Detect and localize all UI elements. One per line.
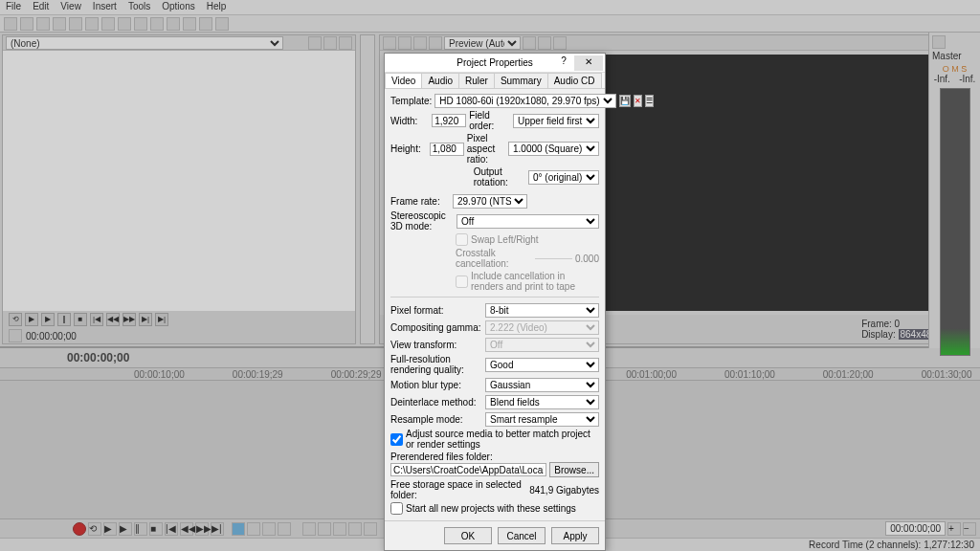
bt-loop-icon[interactable]: ⟲ [88, 522, 101, 536]
template-select[interactable]: HD 1080-60i (1920x1080, 29.970 fps) [434, 94, 616, 108]
fwd-icon[interactable]: ▶▶ [122, 313, 136, 326]
record-button[interactable] [73, 522, 86, 536]
zoom-in-icon[interactable]: + [947, 522, 961, 536]
play-icon[interactable]: ▶ [25, 313, 38, 326]
cancel-button[interactable]: Cancel [498, 527, 546, 544]
dialog-close-button[interactable]: ✕ [574, 55, 603, 71]
tab-audio-cd[interactable]: Audio CD [547, 73, 602, 88]
menu-options[interactable]: Options [162, 1, 194, 13]
bt-fwd-icon[interactable]: ▶▶ [195, 522, 209, 536]
paste-icon[interactable] [118, 17, 131, 31]
tool-zoom-icon[interactable] [278, 522, 291, 536]
field-order-select[interactable]: Upper field first [513, 114, 599, 128]
tab-audio[interactable]: Audio [421, 73, 459, 88]
preview-split-icon[interactable] [429, 36, 442, 50]
next-icon[interactable]: ▶| [139, 313, 152, 326]
pause-icon[interactable]: ‖ [57, 313, 71, 326]
rotation-select[interactable]: 0° (original) [528, 170, 599, 185]
tool-envelope-icon[interactable] [247, 522, 260, 536]
new-icon[interactable] [4, 17, 17, 31]
copy-icon[interactable] [101, 17, 115, 31]
tool-normal-icon[interactable] [232, 522, 245, 536]
delete-icon[interactable] [323, 36, 337, 50]
menu-edit[interactable]: Edit [33, 1, 49, 13]
deinterlace-select[interactable]: Blend fields [485, 395, 599, 409]
redo-icon[interactable] [150, 17, 164, 31]
tab-video[interactable]: Video [385, 73, 422, 88]
render-quality-select[interactable]: Good [485, 358, 599, 372]
bt-stop-icon[interactable]: ■ [149, 522, 163, 536]
tl-ripple-icon[interactable] [348, 522, 362, 536]
pixel-format-select[interactable]: 8-bit [485, 303, 599, 318]
template-delete-icon[interactable]: ✕ [634, 95, 642, 107]
bt-rew-icon[interactable]: ◀◀ [180, 522, 193, 536]
tl-lock-icon[interactable] [364, 522, 377, 536]
s3d-select[interactable]: Off [457, 214, 599, 229]
ripple-icon[interactable] [183, 17, 196, 31]
template-save-icon[interactable]: 💾 [619, 95, 631, 107]
menu-insert[interactable]: Insert [93, 1, 117, 13]
open-icon[interactable] [20, 17, 33, 31]
width-input[interactable] [432, 114, 466, 127]
play-start-icon[interactable]: ▶ [41, 313, 55, 326]
rew-icon[interactable]: ◀◀ [106, 313, 120, 326]
preview-ext-icon[interactable] [398, 36, 412, 50]
stop-icon[interactable]: ■ [74, 313, 87, 326]
motion-blur-select[interactable]: Gaussian [485, 378, 599, 392]
tc-icon[interactable] [9, 329, 22, 342]
undo-icon[interactable] [134, 17, 147, 31]
bt-play2-icon[interactable]: ▶ [119, 522, 132, 536]
marker-icon[interactable] [199, 17, 212, 31]
preview-props-icon[interactable] [383, 36, 396, 50]
preview-fx-icon[interactable] [413, 36, 427, 50]
view-icon[interactable] [339, 36, 352, 50]
prerender-folder-input[interactable] [390, 463, 546, 476]
bt-pause-icon[interactable]: ‖ [134, 522, 147, 536]
bottom-timecode[interactable]: 00:00:00;00 [885, 521, 946, 536]
apply-button[interactable]: Apply [551, 527, 599, 544]
snap-icon[interactable] [167, 17, 180, 31]
explorer-list[interactable] [3, 51, 355, 311]
master-title: Master [932, 51, 962, 61]
ok-button[interactable]: OK [444, 527, 492, 544]
cut-icon[interactable] [85, 17, 99, 31]
tab-ruler[interactable]: Ruler [458, 73, 495, 88]
preview-copy-icon[interactable] [553, 36, 567, 50]
master-modes[interactable]: O M S [929, 64, 980, 74]
tl-cut-icon[interactable] [302, 522, 316, 536]
menu-file[interactable]: File [6, 1, 21, 13]
menu-tools[interactable]: Tools [128, 1, 150, 13]
bt-next-icon[interactable]: ▶| [211, 522, 224, 536]
bt-play-icon[interactable]: ▶ [103, 522, 117, 536]
help-icon[interactable] [215, 17, 229, 31]
render-icon[interactable] [53, 17, 66, 31]
template-match-icon[interactable]: ☰ [645, 95, 654, 107]
props-icon[interactable] [69, 17, 82, 31]
prev-icon[interactable]: |◀ [90, 313, 103, 326]
mixer-config-icon[interactable] [932, 35, 946, 49]
bt-prev-icon[interactable]: |◀ [165, 522, 178, 536]
framerate-select[interactable]: 29.970 (NTSC) [453, 194, 527, 209]
dialog-help-button[interactable]: ? [556, 55, 571, 66]
tab-summary[interactable]: Summary [494, 73, 548, 88]
start-all-checkbox[interactable] [390, 502, 403, 515]
browse-button[interactable]: Browse... [549, 462, 599, 477]
tool-select-icon[interactable] [262, 522, 276, 536]
end-icon[interactable]: ▶| [155, 313, 168, 326]
resample-select[interactable]: Smart resample [485, 412, 599, 427]
preview-safe-icon[interactable] [538, 36, 551, 50]
preview-grid-icon[interactable] [523, 36, 536, 50]
save-icon[interactable] [36, 17, 50, 31]
height-input[interactable] [430, 143, 464, 156]
refresh-icon[interactable] [308, 36, 322, 50]
tl-trim-icon[interactable] [318, 522, 331, 536]
loop-icon[interactable]: ⟲ [9, 313, 22, 326]
tl-snap-icon[interactable] [333, 522, 346, 536]
par-select[interactable]: 1.0000 (Square) [508, 142, 599, 156]
zoom-out-icon[interactable]: − [963, 522, 976, 536]
media-path-select[interactable]: (None) [6, 36, 283, 50]
menu-view[interactable]: View [60, 1, 81, 13]
preview-quality-select[interactable]: Preview (Auto) [444, 36, 521, 50]
menu-help[interactable]: Help [207, 1, 227, 13]
adjust-media-checkbox[interactable] [390, 433, 403, 446]
